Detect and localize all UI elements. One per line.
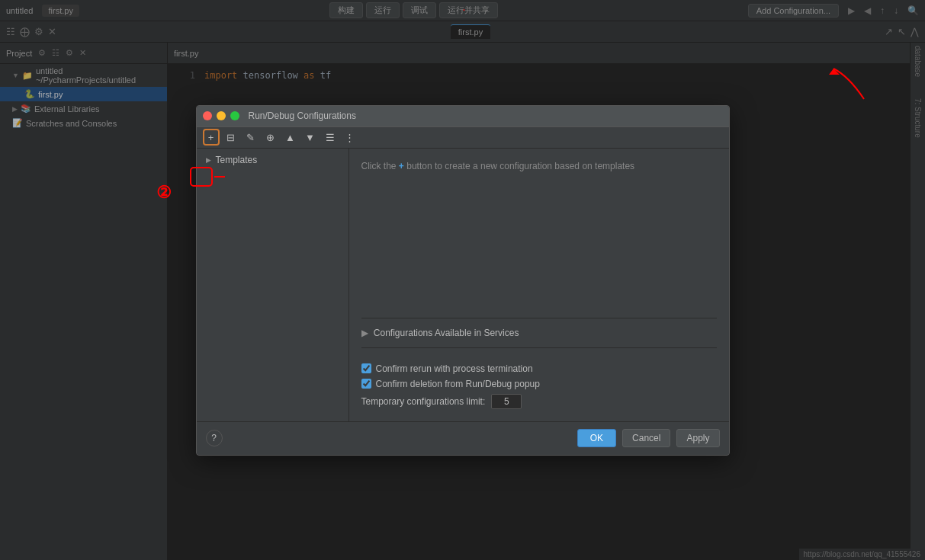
separator-2 bbox=[361, 347, 717, 348]
maximize-window-btn[interactable] bbox=[230, 111, 239, 120]
help-button[interactable]: ? bbox=[206, 430, 223, 446]
more-options-btn[interactable]: ⋮ bbox=[342, 129, 358, 146]
confirm-rerun-checkbox[interactable] bbox=[361, 363, 371, 373]
modal-title: Run/Debug Configurations bbox=[249, 110, 356, 121]
modal-info-text: Click the + button to create a new confi… bbox=[361, 161, 717, 171]
ok-button[interactable]: OK bbox=[577, 429, 616, 447]
info-text-after: button to create a new configuration bas… bbox=[406, 161, 634, 171]
templates-arrow-icon: ▶ bbox=[206, 156, 211, 164]
modal-body: ▶ Templates Click the + button to create… bbox=[197, 149, 729, 421]
minimize-window-btn[interactable] bbox=[217, 111, 226, 120]
temp-limit-label: Temporary configurations limit: bbox=[361, 396, 486, 407]
edit-config-btn[interactable]: ✎ bbox=[242, 129, 259, 146]
add-config-toolbar-btn[interactable]: + bbox=[203, 129, 220, 146]
move-down-btn[interactable]: ▼ bbox=[302, 129, 319, 146]
temp-limit-row: Temporary configurations limit: bbox=[361, 394, 717, 409]
move-up-btn[interactable]: ▲ bbox=[282, 129, 299, 146]
checkbox-row-2: Confirm deletion from Run/Debug popup bbox=[361, 379, 717, 389]
temp-limit-input[interactable] bbox=[491, 394, 522, 409]
modal-titlebar: Run/Debug Configurations bbox=[197, 106, 729, 127]
plus-symbol: + bbox=[399, 161, 404, 171]
close-window-btn[interactable] bbox=[203, 111, 212, 120]
confirm-deletion-checkbox[interactable] bbox=[361, 379, 371, 389]
confirm-rerun-label: Confirm rerun with process termination bbox=[376, 363, 533, 374]
empty-config-area bbox=[361, 181, 717, 312]
action-buttons: OK Cancel Apply bbox=[577, 429, 720, 447]
configs-arrow-icon: ▶ bbox=[361, 328, 368, 338]
templates-tree-item[interactable]: ▶ Templates bbox=[197, 152, 348, 168]
configs-available-label: Configurations Available in Services bbox=[374, 328, 519, 338]
modal-toolbar: + ⊟ ✎ ⊕ ▲ ▼ ☰ ⋮ bbox=[197, 127, 729, 149]
templates-label: Templates bbox=[216, 155, 258, 165]
watermark: · bbox=[463, 3, 466, 15]
configs-available-section[interactable]: ▶ Configurations Available in Services bbox=[361, 325, 717, 341]
copy-config-btn[interactable]: ⊕ bbox=[262, 129, 279, 146]
cancel-button[interactable]: Cancel bbox=[622, 429, 670, 447]
modal-action-bar: ? OK Cancel Apply bbox=[197, 421, 729, 455]
apply-button[interactable]: Apply bbox=[676, 429, 719, 447]
modal-left-panel: ▶ Templates bbox=[197, 149, 349, 421]
run-debug-modal: Run/Debug Configurations + ⊟ ✎ ⊕ ▲ ▼ ☰ ⋮… bbox=[196, 105, 730, 456]
info-text-before: Click the bbox=[361, 161, 397, 171]
confirm-deletion-label: Confirm deletion from Run/Debug popup bbox=[376, 379, 540, 389]
modal-overlay: Run/Debug Configurations + ⊟ ✎ ⊕ ▲ ▼ ☰ ⋮… bbox=[0, 0, 925, 560]
modal-right-panel: Click the + button to create a new confi… bbox=[349, 149, 729, 421]
separator-1 bbox=[361, 318, 717, 318]
remove-config-btn[interactable]: ⊟ bbox=[223, 129, 239, 146]
modal-footer: Confirm rerun with process termination C… bbox=[361, 354, 717, 409]
checkbox-row-1: Confirm rerun with process termination bbox=[361, 363, 717, 374]
sort-btn[interactable]: ☰ bbox=[322, 129, 339, 146]
